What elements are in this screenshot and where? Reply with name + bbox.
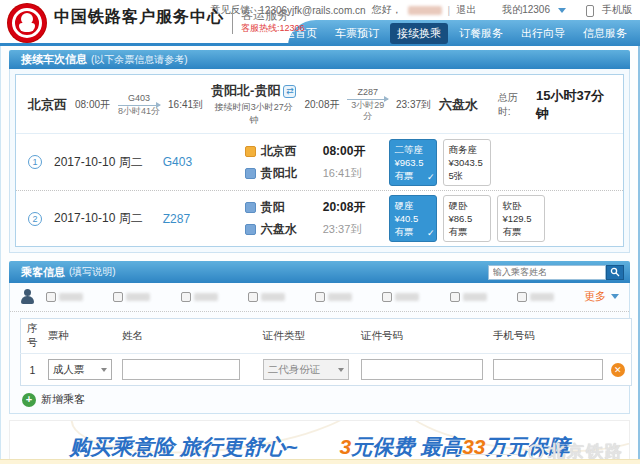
ad-highlight-price: 3 <box>340 435 352 458</box>
nav-tab-meal[interactable]: 订餐服务 <box>452 23 510 44</box>
search-icon <box>610 267 620 277</box>
delete-passenger-button[interactable]: ✕ <box>611 363 625 377</box>
passenger-row: 1 成人票 二代身份证 <box>21 354 632 386</box>
passenger-table-header-row: 序号 票种 姓名 证件类型 证件号码 手机号码 <box>21 319 632 354</box>
col-phone: 手机号码 <box>489 319 607 354</box>
ticket-type-select[interactable]: 成人票 <box>48 359 112 380</box>
departure-station-icon <box>245 146 256 157</box>
passenger-name-blurred <box>194 293 218 301</box>
summary-transfer-note: 接续时间3小时27分钟 <box>211 101 296 127</box>
ad-part1: 购买乘意险 旅行更舒心~ <box>70 435 298 458</box>
seat-option-soft-sleeper[interactable]: 软卧 ¥129.5 有票 <box>497 195 545 242</box>
chevron-down-icon[interactable] <box>558 8 566 13</box>
train1-to-station: 贵阳北 <box>261 165 297 182</box>
train1-arrive-time: 16:41到 <box>323 166 366 181</box>
journey-summary-row: 北京西 08:00开 G403 8小时41分 16:41到 贵阳北-贵阳 ⇄ 接… <box>16 75 623 134</box>
col-id-number: 证件号码 <box>357 319 489 354</box>
seat-name: 硬卧 <box>448 199 486 212</box>
seat-status: 有票 <box>448 225 486 238</box>
passenger-checkbox[interactable] <box>113 292 123 302</box>
passenger-quick-select-row: 更多 <box>10 283 629 312</box>
passenger-name-blurred <box>126 293 150 301</box>
train2-code-link[interactable]: Z287 <box>163 212 207 226</box>
departure-station-icon <box>245 202 256 213</box>
summary-to-station: 六盘水 <box>439 96 478 114</box>
summary-leg2: Z287 3小时29分 <box>347 87 388 122</box>
passenger-search-input[interactable] <box>488 265 606 280</box>
chevron-down-icon <box>338 368 344 372</box>
passenger-checkbox[interactable] <box>181 292 191 302</box>
seat-option-hard-seat[interactable]: 硬座 ¥40.5 有票 ✓ <box>389 195 437 242</box>
add-passenger-icon[interactable]: + <box>22 393 36 407</box>
train1-date: 2017-10-10 周二 <box>54 154 143 171</box>
railway-logo-icon <box>8 4 46 42</box>
insurance-ad-text: 购买乘意险 旅行更舒心~3元保费 最高33万元保障 <box>10 433 629 461</box>
id-number-input[interactable] <box>361 359 483 380</box>
train-row-2: 2 2017-10-10 周二 Z287 贵阳 20:08开 六盘水 <box>16 190 623 246</box>
search-button[interactable] <box>606 265 624 280</box>
total-duration-value: 15小时37分钟 <box>536 87 611 123</box>
train2-seq-badge: 2 <box>28 212 42 226</box>
passenger-checkbox[interactable] <box>382 292 392 302</box>
train2-to-station: 六盘水 <box>261 221 297 238</box>
journey-section-header: 接续车次信息 (以下余票信息请参考) <box>9 50 630 69</box>
passenger-section-title: 乘客信息 <box>21 265 65 280</box>
passenger-section-body: 更多 序号 票种 姓名 证件类型 证件号码 手机号码 1 <box>9 283 630 414</box>
nav-tab-info[interactable]: 信息服务 <box>576 23 634 44</box>
add-passenger-link[interactable]: 新增乘客 <box>41 392 85 407</box>
selected-check-icon: ✓ <box>427 171 435 184</box>
chevron-down-icon <box>611 294 619 299</box>
journey-section-note: (以下余票信息请参考) <box>91 53 188 67</box>
summary-transfer-station: 贵阳北-贵阳 <box>211 82 280 100</box>
passenger-checkbox[interactable] <box>315 292 325 302</box>
my12306-menu[interactable]: 我的12306 <box>502 3 550 17</box>
ad-part2: 元保费 最高 <box>351 435 462 458</box>
nav-tab-transfer[interactable]: 接续换乘 <box>390 23 448 44</box>
nav-tab-booking[interactable]: 车票预订 <box>328 23 386 44</box>
summary-leg1-arrive: 16:41到 <box>168 98 203 112</box>
selected-check-icon: ✓ <box>427 227 435 240</box>
seat-price: ¥40.5 <box>394 212 432 225</box>
passenger-section-header: 乘客信息 (填写说明) <box>9 261 630 283</box>
seat-price: ¥963.5 <box>394 156 432 169</box>
more-passengers-button[interactable]: 更多 <box>584 289 619 304</box>
total-duration-label: 总历时: <box>498 91 528 119</box>
seat-status: 5张 <box>448 169 486 182</box>
page: 意见反馈: 12306yjfk@rails.com.cn 您好， | 退出 我的… <box>0 0 640 464</box>
seat-name: 商务座 <box>448 143 486 156</box>
passenger-checkbox[interactable] <box>46 292 56 302</box>
nav-tab-guide[interactable]: 出行向导 <box>514 23 572 44</box>
insurance-banner[interactable]: 购买乘意险 旅行更舒心~3元保费 最高33万元保障 乘意险由中国铁路财产保险自保… <box>9 420 630 464</box>
train1-code-link[interactable]: G403 <box>163 155 207 169</box>
mobile-version-link[interactable]: 手机版 <box>602 3 632 17</box>
summary-leg1: G403 8小时41分 <box>118 93 160 117</box>
seat-option-hard-sleeper[interactable]: 硬卧 ¥86.5 有票 <box>443 195 491 242</box>
seat-option-second-class[interactable]: 二等座 ¥963.5 有票 ✓ <box>389 139 437 186</box>
passenger-checkbox[interactable] <box>517 292 527 302</box>
passenger-icon <box>20 289 36 304</box>
greeting-text: 您好， <box>372 3 402 17</box>
phone-input[interactable] <box>493 359 603 380</box>
seat-price: ¥3043.5 <box>448 156 486 169</box>
fill-instructions-link[interactable]: (填写说明) <box>69 265 116 279</box>
summary-from-station: 北京西 <box>28 96 67 114</box>
hotline-text: 客服热线:12306 <box>241 22 305 34</box>
summary-leg1-duration: 8小时41分 <box>118 106 160 117</box>
train2-arrive-time: 23:37到 <box>323 222 366 237</box>
col-seq: 序号 <box>21 319 44 354</box>
train1-depart-time: 08:00开 <box>323 143 366 160</box>
passenger-checkbox[interactable] <box>450 292 460 302</box>
summary-leg1-train: G403 <box>118 93 160 106</box>
bottom-strip <box>0 459 640 464</box>
more-label: 更多 <box>584 289 606 304</box>
site-header: 中国铁路客户服务中心 客运服务 客服热线:12306 客运首页 车票预订 接续换… <box>0 20 640 46</box>
seat-option-business-class[interactable]: 商务座 ¥3043.5 5张 <box>443 139 491 186</box>
id-type-select[interactable]: 二代身份证 <box>263 359 349 380</box>
passenger-checkbox[interactable] <box>248 292 258 302</box>
logout-link[interactable]: 退出 <box>456 3 476 17</box>
train1-seq-badge: 1 <box>28 155 42 169</box>
watermark-line <box>458 454 518 455</box>
journey-section-title: 接续车次信息 <box>21 52 87 67</box>
passenger-name-blurred <box>395 293 419 301</box>
name-input[interactable] <box>122 359 240 380</box>
